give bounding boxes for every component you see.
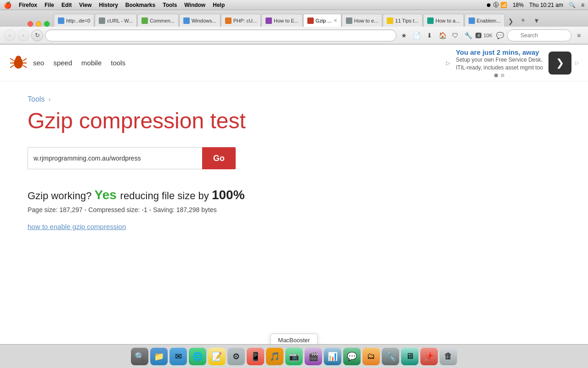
menubar-tools[interactable]: Tools [163,2,177,8]
ad-previous-icon[interactable]: ▷ [446,60,450,66]
tab-6[interactable]: How to E... [261,14,303,27]
menu-icon[interactable]: ≡ [581,2,584,8]
nav-mobile[interactable]: mobile [81,59,102,67]
dock-item-tools[interactable]: 🔧 [382,348,399,358]
back-btn[interactable]: ‹ [4,29,16,41]
search-icon[interactable]: 🔍 [569,2,576,8]
tab-7-close[interactable]: ✕ [334,18,337,23]
reader-icon[interactable]: 📄 [411,30,422,41]
tab-7-favicon [307,17,314,24]
menubar-bookmarks[interactable]: Bookmarks [125,2,155,8]
ad-pagination-dots [456,74,543,77]
ad-headline: You are just 2 mins, away [456,48,543,56]
close-window-btn[interactable] [28,21,33,27]
tab-2[interactable]: cURL - W... [95,14,137,27]
test-form: Go [28,147,386,169]
menubar-help[interactable]: Help [213,2,225,8]
new-tab-btn[interactable]: + [517,14,530,27]
dock-item-safari[interactable]: 🌐 [189,348,206,358]
tab-1[interactable]: http:..de=0 [54,14,94,27]
dock-item-finder[interactable]: 🔍 [131,348,148,358]
battery-indicator: 18% [513,2,524,8]
tab-8[interactable]: How to e... [342,14,383,27]
nav-tools[interactable]: tools [111,59,125,67]
result-detail: Page size: 187,297 - Compressed size: -1… [28,206,386,213]
hamburger-menu-icon[interactable]: ≡ [573,30,584,41]
dock-item-video[interactable]: 🎬 [305,348,322,358]
tab-3[interactable]: Commen... [137,14,179,27]
menubar: 🍎 Firefox File Edit View History Bookmar… [0,0,588,10]
breadcrumb-tools-link[interactable]: Tools [28,95,45,104]
dock-item-monitor[interactable]: 🖥 [401,348,418,358]
menubar-history[interactable]: History [99,2,118,8]
ad-next-btn[interactable]: ❯ [548,52,571,75]
tab-9[interactable]: 11 Tips t... [383,14,423,27]
url-bar[interactable]: www.feedthebot.com/tools/gzip/ [45,29,396,41]
go-button[interactable]: Go [202,147,236,169]
page-content: seo speed mobile tools ▷ You are just 2 … [0,45,588,357]
tools-icon[interactable]: 🔧 [463,30,474,41]
tab-9-label: 11 Tips t... [395,18,418,23]
more-tabs-btn[interactable]: ❯ [505,16,516,27]
breadcrumb-separator: › [48,95,51,104]
dock-item-mail[interactable]: ✉ [170,348,187,358]
page-main: Tools › Gzip compression test Go Gzip wo… [0,81,413,259]
search-input[interactable] [507,29,571,41]
menubar-edit[interactable]: Edit [62,2,72,8]
ad-dot-2[interactable] [501,74,504,77]
minimize-window-btn[interactable] [36,21,41,27]
tab-7-active[interactable]: Gzip ... ✕ [303,14,341,27]
breadcrumb: Tools › [28,95,386,104]
nav-icons: ★ 📄 ⬇ 🏠 🛡 🔧 4 10K 💬 [398,30,505,41]
nav-seo[interactable]: seo [33,59,44,67]
svg-line-2 [10,58,14,61]
svg-line-4 [10,65,14,68]
browser-chrome: http:..de=0 cURL - W... Commen... Window… [0,10,588,45]
dock-item-photos[interactable]: 📷 [285,348,303,358]
forward-btn[interactable]: › [17,29,29,41]
menubar-file[interactable]: File [45,2,54,8]
ad-info-icon[interactable]: ▷ [575,60,579,66]
dock-item-files[interactable]: 🗂 [362,348,380,358]
menubar-firefox[interactable]: Firefox [19,2,37,8]
refresh-btn[interactable]: ↻ [31,29,43,41]
tabs-menu-btn[interactable]: ▾ [530,14,543,27]
window-controls[interactable] [28,21,50,27]
dock-item-pin[interactable]: 📌 [420,348,438,358]
dock-item-music[interactable]: 🎵 [266,348,283,358]
apple-menu[interactable]: 🍎 [4,1,11,9]
tab-9-favicon [387,17,393,24]
menubar-window[interactable]: Window [184,2,205,8]
menubar-view[interactable]: View [79,2,91,8]
tab-4-label: Windows... [192,18,216,23]
tab-4[interactable]: Windows... [179,14,220,27]
dock-item-notes[interactable]: 📝 [208,348,226,358]
download-icon[interactable]: ⬇ [424,30,435,41]
nav-speed[interactable]: speed [53,59,72,67]
dock-item-sheets[interactable]: 📊 [324,348,341,358]
dock-item-app1[interactable]: 📱 [247,348,264,358]
dock-item-folder[interactable]: 📁 [150,348,168,358]
tab-11[interactable]: Enablein... [464,14,505,27]
shield-icon[interactable]: 🛡 [450,30,461,41]
tab-11-favicon [469,17,475,24]
menubar-icons: ⏺ ⓑ 📶 [486,2,507,8]
home-icon[interactable]: 🏠 [437,30,448,41]
tab-4-favicon [183,17,190,24]
tab-8-label: How to e... [354,18,379,23]
page-title: Gzip compression test [28,108,386,133]
help-link[interactable]: how to enable gzip compression [28,223,126,230]
ad-dot-1[interactable] [494,74,498,77]
tab-5[interactable]: PHP: cU... [221,14,261,27]
clock: Thu 10:21 am [529,2,563,8]
tab-10[interactable]: How to a... [423,14,464,27]
tab-bar: http:..de=0 cURL - W... Commen... Window… [0,10,588,27]
chat-icon[interactable]: 💬 [494,30,505,41]
dock-item-settings[interactable]: ⚙ [227,348,245,358]
maximize-window-btn[interactable] [44,21,50,27]
test-url-input[interactable] [28,147,202,169]
dock-item-trash[interactable]: 🗑 [440,348,457,358]
bookmark-star-icon[interactable]: ★ [398,30,409,41]
tab-2-favicon [99,17,105,24]
dock-item-messages[interactable]: 💬 [343,348,361,358]
